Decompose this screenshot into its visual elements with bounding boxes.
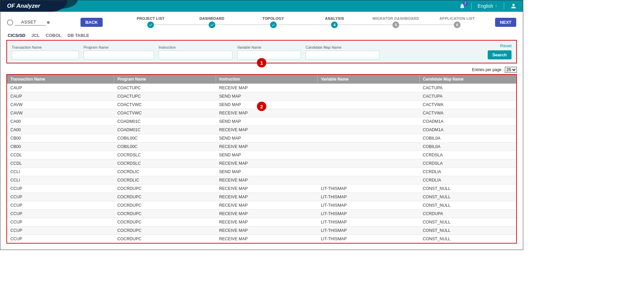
cell-pn: COADM01C [114, 117, 216, 126]
step-topology[interactable]: TOPOLOGY [243, 16, 304, 28]
cell-vn: LIT-THISMAP [318, 226, 420, 235]
cell-in: RECEIVE MAP [216, 235, 318, 243]
cell-cm: CACTVWA [419, 101, 516, 109]
table-row[interactable]: CA00COADM01CRECEIVE MAPCOADM1A [7, 126, 516, 134]
cell-in: SEND MAP [216, 117, 318, 126]
step-label: TOPOLOGY [262, 16, 284, 20]
transaction-name-input[interactable] [12, 51, 79, 59]
language-selector[interactable]: English [478, 3, 498, 9]
col-header-instruction[interactable]: Instruction [216, 75, 318, 84]
instruction-input[interactable] [159, 51, 232, 59]
tab-cobol[interactable]: COBOL [46, 33, 61, 38]
cell-in: SEND MAP [216, 134, 318, 143]
search-button[interactable]: Search [488, 50, 512, 59]
table-row[interactable]: CCDLCOCRDSLCSEND MAPCCRDSLA [7, 151, 516, 159]
table-row[interactable]: CCUPCOCRDUPCRECEIVE MAPLIT-THISMAPCONST_… [7, 193, 516, 201]
cell-vn: LIT-THISMAP [318, 193, 420, 201]
table-row[interactable]: CCUPCOCRDUPCRECEIVE MAPLIT-THISMAPCONST_… [7, 235, 516, 243]
cell-tn: CAVW [7, 109, 114, 117]
program-name-input[interactable] [84, 51, 154, 59]
cell-cm: CCRDSLA [419, 151, 516, 159]
cell-tn: CCUP [7, 210, 114, 218]
cell-pn: COCRDUPC [114, 210, 216, 218]
filter-label-transaction: Transaction Name [12, 45, 79, 49]
cell-vn [318, 101, 420, 109]
table-row[interactable]: CAUPCOACTUPCSEND MAPCACTUPA [7, 92, 516, 101]
step-number: 4 [331, 21, 338, 28]
cell-pn: COADM01C [114, 126, 216, 134]
col-header-variable[interactable]: Variable Name [318, 75, 420, 84]
check-icon [147, 21, 154, 28]
cell-vn [318, 151, 420, 159]
cell-tn: CAUP [7, 84, 114, 92]
cell-cm: COBIL0A [419, 143, 516, 151]
cell-in: SEND MAP [216, 92, 318, 101]
reset-link[interactable]: Reset [500, 43, 512, 48]
cell-in: RECEIVE MAP [216, 226, 318, 235]
col-header-map[interactable]: Candidate Map Name [419, 75, 516, 84]
asset-radio[interactable] [7, 19, 13, 25]
cell-vn [318, 168, 420, 176]
candidate-map-name-input[interactable] [306, 51, 379, 59]
cell-pn: COBIL00C [114, 134, 216, 143]
cell-pn: COACTVWC [114, 109, 216, 117]
cell-pn: COCRDUPC [114, 201, 216, 210]
user-icon [510, 3, 517, 9]
cell-pn: COCRDUPC [114, 218, 216, 226]
cell-tn: CCDL [7, 151, 114, 159]
results-table-wrap: 2 Transaction Name Program Name Instruct… [6, 74, 517, 244]
step-application-list[interactable]: APPLICATION LIST6 [427, 16, 488, 28]
table-row[interactable]: CB00COBIL00CRECEIVE MAPCOBIL0A [7, 143, 516, 151]
cell-vn [318, 126, 420, 134]
cell-in: RECEIVE MAP [216, 185, 318, 193]
cell-pn: COACTUPC [114, 84, 216, 92]
language-label: English [478, 3, 493, 9]
table-row[interactable]: CCUPCOCRDUPCRECEIVE MAPLIT-THISMAPCONST_… [7, 185, 516, 193]
analysis-tabs: CICS/SD JCL COBOL DB TABLE [0, 32, 523, 40]
tab-jcl[interactable]: JCL [32, 33, 40, 38]
entries-per-page-select[interactable]: 25 [505, 67, 517, 73]
table-row[interactable]: CCUPCOCRDUPCRECEIVE MAPLIT-THISMAPCCRDUP… [7, 210, 516, 218]
cell-pn: COCRDLIC [114, 168, 216, 176]
next-button[interactable]: NEXT [495, 18, 516, 27]
cell-pn: COACTUPC [114, 92, 216, 101]
cell-pn: COCRDSLC [114, 159, 216, 168]
divider [471, 3, 472, 9]
tab-cics-sd[interactable]: CICS/SD [8, 33, 25, 38]
step-label: ANALYSIS [325, 16, 344, 20]
step-migrator-dashboard[interactable]: MIGRATOR DASHBOARD5 [365, 16, 427, 28]
table-row[interactable]: CCDLCOCRDSLCRECEIVE MAPCCRDSLA [7, 159, 516, 168]
cell-vn [318, 143, 420, 151]
asset-label: ASSET [15, 19, 46, 25]
variable-name-input[interactable] [237, 51, 301, 59]
table-row[interactable]: CAUPCOACTUPCRECEIVE MAPCACTUPA [7, 84, 516, 92]
cell-vn [318, 159, 420, 168]
filter-label-instruction: Instruction [159, 45, 232, 49]
cell-vn: LIT-THISMAP [318, 210, 420, 218]
col-header-program[interactable]: Program Name [114, 75, 216, 84]
back-button[interactable]: BACK [80, 18, 103, 27]
notifications-button[interactable]: 2 [459, 3, 465, 9]
table-row[interactable]: CCLICOCRDLICSEND MAPCCRDLIA [7, 168, 516, 176]
table-row[interactable]: CCUPCOCRDUPCRECEIVE MAPLIT-THISMAPCONST_… [7, 201, 516, 210]
table-row[interactable]: CA00COADM01CSEND MAPCOADM1A [7, 117, 516, 126]
cell-tn: CA00 [7, 117, 114, 126]
user-menu[interactable] [510, 3, 517, 9]
step-dashboard[interactable]: DASHBOARD [181, 16, 243, 28]
step-project-list[interactable]: PROJECT LIST [120, 16, 181, 28]
table-row[interactable]: CCLICOCRDLICRECEIVE MAPCCRDLIA [7, 176, 516, 185]
cell-tn: CCUP [7, 226, 114, 235]
cell-tn: CCDL [7, 159, 114, 168]
tab-db-table[interactable]: DB TABLE [67, 33, 89, 38]
dot-icon [47, 21, 50, 24]
cell-tn: CCUP [7, 201, 114, 210]
table-row[interactable]: CCUPCOCRDUPCRECEIVE MAPLIT-THISMAPCONST_… [7, 218, 516, 226]
cell-tn: CB00 [7, 143, 114, 151]
cell-in: SEND MAP [216, 168, 318, 176]
col-header-transaction[interactable]: Transaction Name [7, 75, 114, 84]
cell-tn: CCLI [7, 176, 114, 185]
table-row[interactable]: CB00COBIL00CSEND MAPCOBIL0A [7, 134, 516, 143]
cell-cm: COBIL0A [419, 134, 516, 143]
table-row[interactable]: CCUPCOCRDUPCRECEIVE MAPLIT-THISMAPCONST_… [7, 226, 516, 235]
step-analysis[interactable]: ANALYSIS4 [304, 16, 365, 28]
